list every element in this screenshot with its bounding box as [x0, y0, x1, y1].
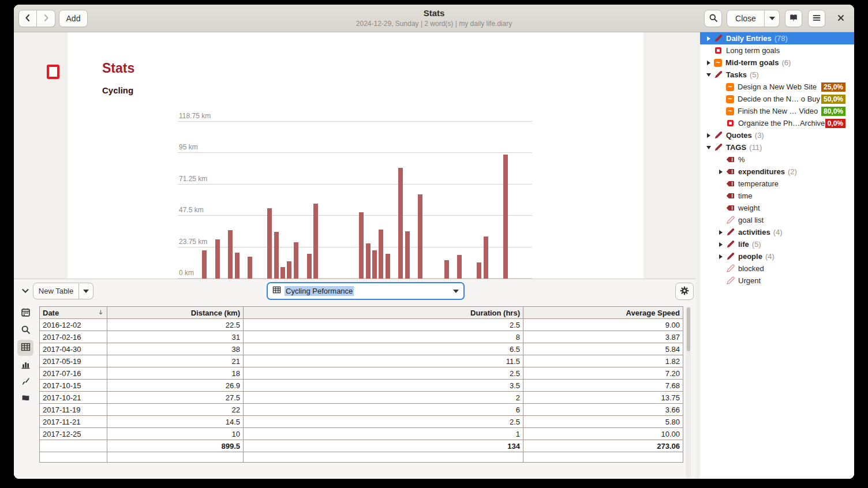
add-button[interactable]: Add [59, 10, 88, 27]
sidebar-item-decide-on-the-n-o-buy[interactable]: ~Decide on the N… o Buy50,0% [700, 93, 854, 105]
cell-value[interactable]: 2.5 [244, 367, 523, 380]
sidebar-item-item[interactable]: % [700, 153, 854, 166]
cell-value[interactable]: 1.82 [523, 355, 683, 367]
search-button[interactable] [704, 10, 722, 27]
window-close-button[interactable] [832, 10, 850, 27]
cell-date[interactable]: 2017-04-30 [40, 343, 107, 355]
panel-tab-chart[interactable] [17, 357, 33, 373]
new-table-dropdown[interactable] [79, 283, 93, 299]
sidebar-item-label: people [738, 252, 762, 261]
settings-button[interactable] [675, 283, 694, 300]
sidebar-item-time[interactable]: time [700, 190, 854, 202]
close-entry-button[interactable]: Close [727, 10, 765, 27]
table-scrollbar[interactable] [686, 306, 691, 478]
back-button[interactable] [18, 10, 37, 27]
cell-value[interactable]: 2.5 [244, 416, 523, 428]
panel-tab-bookmark[interactable] [17, 392, 33, 408]
cell-value[interactable]: 2.5 [244, 319, 523, 331]
todo-checkbox-icon[interactable] [47, 65, 59, 79]
close-entry-dropdown[interactable] [765, 10, 780, 27]
bookmarks-button[interactable] [785, 10, 802, 27]
sidebar-item-tags[interactable]: TAGS(11) [700, 141, 854, 153]
panel-tab-theme[interactable] [17, 374, 33, 391]
sidebar-item-people[interactable]: people(4) [700, 250, 854, 262]
sidebar-item-goal-list[interactable]: goal list [700, 214, 854, 226]
cell-value[interactable]: 22.5 [107, 319, 244, 331]
cell-value[interactable]: 27.5 [107, 392, 244, 404]
expander-icon[interactable] [716, 254, 726, 259]
column-header-duration-hrs[interactable]: Duration (hrs) [244, 307, 523, 319]
expander-icon[interactable] [704, 133, 714, 138]
cell-value[interactable]: 38 [107, 343, 244, 355]
expander-icon[interactable] [716, 170, 726, 174]
sidebar-item-activities[interactable]: activities(4) [700, 226, 854, 238]
sidebar-item-daily-entries[interactable]: Daily Entries(78) [700, 32, 854, 44]
cell-value[interactable]: 18 [107, 367, 244, 380]
cell-date[interactable]: 2017-05-19 [40, 355, 107, 367]
sidebar-item-expenditures[interactable]: expenditures(2) [700, 166, 854, 178]
expander-icon[interactable] [704, 36, 714, 41]
cell-value[interactable]: 7.20 [523, 367, 683, 380]
cell-value[interactable]: 1 [244, 428, 523, 440]
cell-value[interactable]: 13.75 [523, 392, 683, 404]
column-header-distance-km[interactable]: Distance (km) [107, 307, 244, 319]
sidebar-item-quotes[interactable]: Quotes(3) [700, 129, 854, 141]
cell-value[interactable]: 9.00 [523, 319, 683, 331]
cell-value[interactable]: 6.5 [244, 343, 523, 355]
new-table-button[interactable]: New Table [33, 283, 79, 299]
expander-icon[interactable] [716, 242, 726, 247]
column-header-average-speed[interactable]: Average Speed [523, 307, 683, 319]
cell-date[interactable]: 2017-10-21 [40, 392, 107, 404]
cell-value[interactable]: 14.5 [107, 416, 244, 428]
sidebar-item-urgent[interactable]: Urgent [700, 275, 854, 287]
sidebar-item-weight[interactable]: weight [700, 202, 854, 214]
panel-tab-table[interactable] [17, 340, 33, 356]
panel-tab-calendar[interactable] [17, 305, 33, 321]
cell-value[interactable]: 10 [107, 428, 244, 440]
collapse-panel-button[interactable] [17, 283, 33, 299]
cell-date[interactable]: 2017-12-25 [40, 428, 107, 440]
cell-date[interactable]: 2017-11-21 [40, 416, 107, 428]
sidebar-item-blocked[interactable]: blocked [700, 262, 854, 275]
sidebar-item-mid-term-goals[interactable]: ~Mid-term goals(6) [700, 57, 854, 69]
expander-icon[interactable] [704, 146, 714, 149]
cell-value[interactable]: 3.66 [523, 404, 683, 416]
cell-value[interactable]: 21 [107, 355, 244, 367]
expander-icon[interactable] [716, 230, 726, 235]
cell-value[interactable]: 3.87 [523, 331, 683, 343]
sidebar-item-tasks[interactable]: Tasks(5) [700, 69, 854, 81]
y-axis-label: 95 km [179, 143, 198, 151]
cell-date[interactable]: 2017-11-19 [40, 404, 107, 416]
cell-value[interactable]: 2 [244, 392, 523, 404]
new-table-label: New Table [39, 287, 73, 295]
cell-value[interactable]: 3.5 [244, 380, 523, 392]
expander-icon[interactable] [704, 61, 714, 65]
menu-button[interactable] [808, 10, 825, 27]
sidebar-item-design-a-new-web-site[interactable]: ~Design a New Web Site25,0% [700, 81, 854, 93]
sidebar-item-long-term-goals[interactable]: Long term goals [700, 44, 854, 57]
column-header-date[interactable]: Date [40, 307, 107, 319]
sidebar-item-finish-the-new-video[interactable]: ~Finish the New … Video80,0% [700, 105, 854, 117]
cell-value[interactable]: 26.9 [107, 380, 244, 392]
cell-value[interactable]: 11.5 [244, 355, 523, 367]
cell-date[interactable]: 2016-12-02 [40, 319, 107, 331]
cell-date[interactable]: 2017-10-15 [40, 380, 107, 392]
cell-value[interactable]: 6 [244, 404, 523, 416]
expander-icon[interactable] [704, 73, 714, 77]
cell-date[interactable]: 2017-07-16 [40, 367, 107, 380]
sidebar-item-organize-the-ph-archive[interactable]: Organize the Ph…Archive0,0% [700, 117, 854, 129]
sidebar-item-temperature[interactable]: temperature [700, 178, 854, 190]
cell-value[interactable]: 31 [107, 331, 244, 343]
cell-value[interactable]: 8 [244, 331, 523, 343]
scrollbar-thumb[interactable] [687, 307, 690, 351]
cell-value[interactable]: 10.00 [523, 428, 683, 440]
cell-value[interactable]: 5.84 [523, 343, 683, 355]
panel-tab-search[interactable] [17, 322, 33, 339]
forward-button[interactable] [37, 10, 55, 27]
cell-value[interactable]: 5.80 [523, 416, 683, 428]
cell-date[interactable]: 2017-02-16 [40, 331, 107, 343]
cell-value[interactable]: 22 [107, 404, 244, 416]
table-selector-combo[interactable]: Cycling Peformance [267, 282, 465, 300]
sidebar-item-life[interactable]: life(5) [700, 238, 854, 250]
cell-value[interactable]: 7.68 [523, 380, 683, 392]
